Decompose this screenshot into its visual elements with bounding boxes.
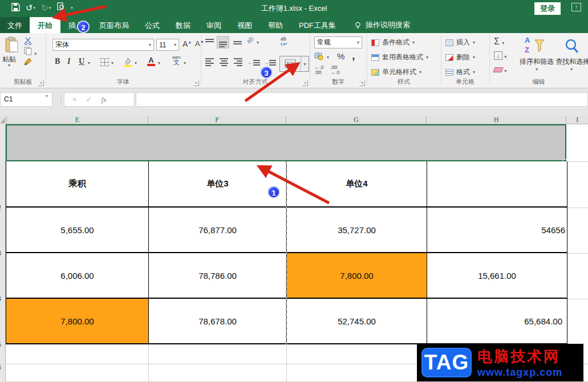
tab-home[interactable]: 开始 [30,17,60,33]
row-header-6[interactable]: 6 [0,364,6,371]
align-right-icon[interactable] [234,58,242,66]
align-bottom-icon[interactable] [233,41,242,44]
autosum-button[interactable]: Σ ▾ [494,36,504,47]
underline-button[interactable]: U [79,57,84,66]
decrease-indent-icon[interactable]: ← [248,58,260,66]
wrap-text-icon[interactable]: ab c↵ [281,36,287,47]
cut-icon[interactable] [24,37,33,47]
merge-center-button[interactable]: ▾ [279,56,309,72]
tell-me-search[interactable]: 操作说明搜索 [344,17,410,33]
tab-formulas[interactable]: 公式 [137,17,168,33]
italic-button[interactable]: I [67,57,70,66]
font-color-icon[interactable]: A [147,56,155,66]
fill-color-icon[interactable] [123,57,133,68]
cell-h5[interactable]: 65,684.00 [427,299,567,344]
borders-icon[interactable] [100,58,109,66]
cell-e3[interactable]: 5,655.00 [6,208,149,253]
cell-f5[interactable]: 78,678.00 [149,299,287,344]
cell-f3[interactable]: 76,877.00 [149,208,287,253]
number-dialog-launcher-icon[interactable]: ↘ [359,80,365,86]
delete-cells-button[interactable]: 删除▾ [445,52,475,62]
column-header-h[interactable]: H [427,116,566,124]
fill-color-dropdown-icon[interactable]: ▾ [135,60,137,66]
cell-g4[interactable]: 7,800.00 [287,253,427,299]
paste-dropdown-icon[interactable]: ▾ [8,63,10,68]
orientation-icon[interactable]: ab [245,35,255,44]
selection-e1-h1[interactable] [6,124,566,161]
font-dialog-launcher-icon[interactable]: ↘ [193,80,199,86]
merge-center-icon[interactable] [280,56,301,71]
copy-dropdown-icon[interactable]: ▾ [34,51,37,56]
increase-decimal-button[interactable]: ←.0.00 [314,65,324,75]
cell-g2[interactable]: 单位4 [287,161,427,208]
row-header-5[interactable]: 5 [0,341,6,348]
find-select-button[interactable]: 查找和选择 ▾ [555,35,587,72]
column-header-i[interactable]: I [566,116,588,124]
align-center-icon[interactable] [220,58,228,66]
sort-filter-button[interactable]: A Z 排序和筛选 ▾ [519,35,554,72]
tab-file[interactable]: 文件 [0,17,30,33]
conditional-formatting-button[interactable]: 条件格式▾ [371,38,415,47]
enter-icon[interactable]: ✓ [86,95,92,104]
clipboard-dialog-launcher-icon[interactable]: ↘ [38,80,44,86]
column-header-e[interactable]: E [7,116,148,124]
paste-icon[interactable] [5,36,19,55]
font-color-dropdown-icon[interactable]: ▾ [158,60,160,66]
number-format-select[interactable]: 常规▾ [314,36,362,48]
cell-f2[interactable]: 单位3 [149,161,287,208]
align-left-icon[interactable] [205,58,214,66]
cell-styles-button[interactable]: 单元格样式▾ [371,67,421,77]
tab-data[interactable]: 数据 [168,17,198,33]
cell-e5[interactable]: 7,800.00 [6,299,149,344]
align-middle-icon[interactable] [217,36,229,48]
row-header-3[interactable]: 3 [0,250,6,257]
cell-h2[interactable] [427,161,567,208]
percent-style-button[interactable]: % [337,51,344,61]
phonetic-guide-icon[interactable]: wén 文 [172,55,181,65]
merge-center-dropdown-icon[interactable]: ▾ [301,56,309,71]
increase-indent-icon[interactable]: → [263,58,276,66]
format-as-table-button[interactable]: 套用表格格式▾ [371,52,428,62]
row-header-4[interactable]: 4 [0,295,6,302]
fill-button[interactable]: ↓ ▾ [494,51,506,60]
formula-input[interactable] [136,92,588,107]
font-name-select[interactable]: 宋体▾ [52,39,154,51]
cell-h4[interactable]: 15,661.00 [427,253,567,299]
format-painter-icon[interactable] [24,57,33,67]
alignment-dialog-launcher-icon[interactable]: ↘ [302,80,308,86]
cell-h3[interactable]: 54656 [427,208,567,253]
ribbon-display-options-icon[interactable]: ↑ [571,3,581,11]
cell-g3[interactable]: 35,727.00 [287,208,427,253]
font-size-select[interactable]: 11▾ [156,39,179,51]
row-header-2[interactable]: 2 [0,204,6,211]
tab-help[interactable]: 帮助 [260,17,291,33]
comma-style-button[interactable]: , [352,49,355,62]
cell-f4[interactable]: 78,786.00 [149,253,287,299]
accounting-format-icon[interactable] [314,52,324,62]
orientation-dropdown-icon[interactable]: ▾ [257,40,259,45]
cell-g5[interactable]: 52,745.00 [287,299,427,344]
column-header-g[interactable]: G [286,116,427,124]
tab-page-layout[interactable]: 页面布局 [91,17,137,33]
cancel-icon[interactable]: × [72,95,77,104]
insert-cells-button[interactable]: 插入▾ [445,38,475,47]
cell-e4[interactable]: 6,006.00 [6,253,149,299]
grow-font-button[interactable]: A▲ [183,39,192,48]
underline-dropdown-icon[interactable]: ▾ [88,60,90,66]
decrease-decimal-button[interactable]: .00→.0 [330,65,340,75]
accounting-dropdown-icon[interactable]: ▾ [327,55,329,60]
name-box[interactable]: C1 [0,92,52,107]
phonetic-dropdown-icon[interactable]: ▾ [184,60,186,66]
select-all-corner[interactable] [0,116,7,124]
cell-e2[interactable]: 乘积 [6,161,149,208]
sign-in-button[interactable]: 登录 [534,2,561,15]
tab-pdf-tools[interactable]: PDF工具集 [291,17,344,33]
clear-button[interactable]: ▾ [494,66,506,74]
borders-dropdown-icon[interactable]: ▾ [111,60,113,66]
bold-button[interactable]: B [55,57,60,66]
tab-review[interactable]: 审阅 [198,17,229,33]
column-header-f[interactable]: F [148,116,286,124]
copy-icon[interactable]: ▾ [24,47,37,57]
insert-function-icon[interactable]: fx [102,95,107,104]
format-cells-button[interactable]: 格式▾ [445,67,475,77]
